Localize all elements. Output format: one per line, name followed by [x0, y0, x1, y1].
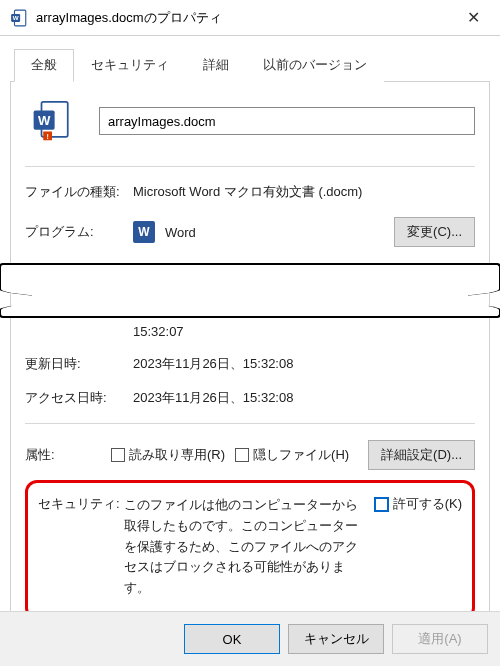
- divider: [25, 166, 475, 167]
- checkbox-icon: [235, 448, 249, 462]
- change-program-button[interactable]: 変更(C)...: [394, 217, 475, 247]
- filetype-label: ファイルの種類:: [25, 183, 133, 201]
- divider: [25, 423, 475, 424]
- word-macro-document-icon: W!: [31, 100, 73, 142]
- unblock-checkbox-label: 許可する(K): [393, 495, 462, 513]
- svg-text:!: !: [46, 133, 48, 140]
- filetype-value: Microsoft Word マクロ有効文書 (.docm): [133, 183, 475, 201]
- ok-button[interactable]: OK: [184, 624, 280, 654]
- checkbox-icon: [111, 448, 125, 462]
- window-title: arrayImages.docmのプロパティ: [36, 9, 450, 27]
- word-document-icon: W: [10, 9, 28, 27]
- modified-label: 更新日時:: [25, 355, 133, 373]
- attributes-label: 属性:: [25, 446, 111, 464]
- unblock-checkbox[interactable]: 許可する(K): [374, 495, 462, 599]
- tab-details[interactable]: 詳細: [186, 49, 246, 82]
- modified-value: 2023年11月26日、15:32:08: [133, 355, 475, 373]
- word-app-icon: W: [133, 221, 155, 243]
- cancel-button[interactable]: キャンセル: [288, 624, 384, 654]
- svg-text:W: W: [13, 14, 19, 21]
- tab-general[interactable]: 全般: [14, 49, 74, 82]
- accessed-label: アクセス日時:: [25, 389, 133, 407]
- tab-previous-versions[interactable]: 以前のバージョン: [246, 49, 384, 82]
- checkbox-icon: [374, 497, 389, 512]
- program-label: プログラム:: [25, 223, 133, 241]
- created-value-partial: 15:32:07: [133, 324, 475, 339]
- general-pane: W! arrayImages.docm ファイルの種類: Microsoft W…: [10, 82, 490, 631]
- dialog-footer: OK キャンセル 適用(A): [0, 611, 500, 666]
- hidden-checkbox[interactable]: 隠しファイル(H): [235, 446, 349, 464]
- program-value: Word: [165, 225, 394, 240]
- filename-input[interactable]: arrayImages.docm: [99, 107, 475, 135]
- title-bar: W arrayImages.docmのプロパティ ✕: [0, 0, 500, 36]
- apply-button: 適用(A): [392, 624, 488, 654]
- svg-text:W: W: [38, 113, 51, 128]
- security-highlight-box: セキュリティ: このファイルは他のコンピューターから取得したものです。このコンピ…: [25, 480, 475, 620]
- security-label: セキュリティ:: [38, 495, 124, 599]
- readonly-checkbox[interactable]: 読み取り専用(R): [111, 446, 225, 464]
- advanced-attributes-button[interactable]: 詳細設定(D)...: [368, 440, 475, 470]
- hidden-checkbox-label: 隠しファイル(H): [253, 446, 349, 464]
- tab-bar: 全般 セキュリティ 詳細 以前のバージョン: [10, 48, 490, 82]
- tab-security[interactable]: セキュリティ: [74, 49, 186, 82]
- redaction-overlay: [0, 263, 500, 318]
- accessed-value: 2023年11月26日、15:32:08: [133, 389, 475, 407]
- close-button[interactable]: ✕: [450, 2, 496, 34]
- security-message: このファイルは他のコンピューターから取得したものです。このコンピューターを保護す…: [124, 495, 374, 599]
- readonly-checkbox-label: 読み取り専用(R): [129, 446, 225, 464]
